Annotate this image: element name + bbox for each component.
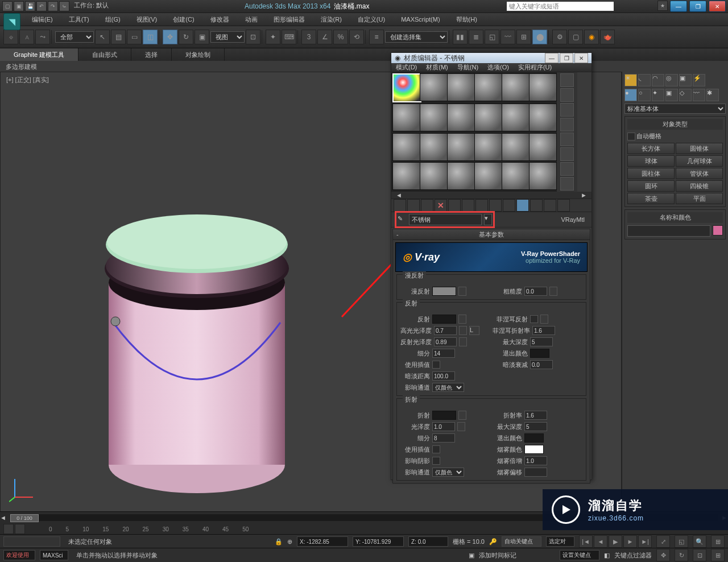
menu-help[interactable]: 帮助(H) (448, 15, 485, 24)
material-slot[interactable] (502, 104, 530, 131)
box-button[interactable]: 长方体 (627, 143, 675, 154)
mat-menu-material[interactable]: 材质(M) (421, 63, 453, 72)
refr-affect-select[interactable]: 仅颜色 (432, 468, 464, 477)
assign-material-icon[interactable] (421, 199, 433, 212)
next-frame[interactable]: ► (623, 535, 637, 548)
material-name-input[interactable] (409, 214, 482, 225)
save-icon[interactable]: 💾 (25, 1, 35, 11)
tab-graphite[interactable]: Graphite 建模工具 (0, 48, 78, 61)
material-name-dropdown[interactable]: ▾ (484, 214, 492, 225)
menu-grapheditors[interactable]: 图形编辑器 (266, 15, 313, 24)
go-forward-icon[interactable] (544, 199, 556, 212)
material-slot[interactable] (529, 73, 557, 101)
unlink-tool[interactable]: ⟑ (19, 30, 34, 44)
close-button[interactable]: ✕ (709, 1, 726, 12)
background-icon[interactable] (560, 103, 574, 117)
category-dropdown[interactable]: 标准基本体 (624, 104, 726, 114)
fogmult-spinner[interactable]: 1.0 (524, 456, 547, 465)
mat-menu-utilities[interactable]: 实用程序(U) (514, 63, 556, 72)
slot-nav-prev[interactable]: ◄ (396, 192, 402, 199)
new-icon[interactable]: ▢ (2, 1, 13, 11)
material-slot[interactable] (529, 133, 557, 161)
plane-button[interactable]: 平面 (676, 193, 723, 204)
autokey-button[interactable]: 自动关键点 (502, 536, 541, 547)
mat-menu-navigation[interactable]: 导航(N) (453, 63, 483, 72)
menu-edit[interactable]: 编辑(E) (24, 15, 61, 24)
material-slot[interactable] (420, 73, 448, 101)
basic-params-header[interactable]: -基本参数 (393, 229, 590, 240)
geometry-icon[interactable]: ● (624, 89, 637, 101)
named-selection-sets[interactable]: 创建选择集 (385, 31, 448, 43)
viewport-nav-8[interactable]: ⊞ (711, 549, 725, 561)
cameras-icon[interactable]: ▣ (665, 89, 678, 101)
video-check-icon[interactable] (560, 133, 574, 146)
viewport-nav-7[interactable]: ⊡ (693, 549, 706, 561)
material-slot[interactable] (502, 73, 530, 101)
menu-create[interactable]: 创建(C) (165, 15, 202, 24)
dimfalloff-spinner[interactable]: 0.0 (530, 360, 553, 369)
viewport-nav-4[interactable]: ⊞ (711, 535, 725, 548)
polymodel-label[interactable]: 多边形建模 (6, 63, 37, 71)
material-slot[interactable] (392, 133, 420, 161)
viewport-label[interactable]: [+] [正交] [真实] (6, 76, 49, 84)
show-end-result-icon[interactable] (516, 199, 529, 212)
systems-icon[interactable]: ✱ (706, 89, 719, 101)
goto-start[interactable]: |◄ (579, 535, 593, 548)
menu-rendering[interactable]: 渲染(R) (313, 15, 350, 24)
sphere-button[interactable]: 球体 (627, 155, 675, 167)
coord-z[interactable]: Z: 0.0 (408, 536, 448, 547)
material-slot[interactable] (474, 73, 502, 101)
reflect-swatch[interactable] (432, 315, 456, 324)
mat-close[interactable]: ✕ (574, 53, 588, 63)
help-icon[interactable]: ★ (657, 1, 668, 11)
material-slot[interactable] (420, 133, 448, 161)
tab-objpaint[interactable]: 对象绘制 (172, 48, 225, 61)
tab-freeform[interactable]: 自由形式 (78, 48, 131, 61)
refract-swatch[interactable] (432, 411, 456, 420)
refl-maxdepth-spinner[interactable]: 5 (530, 337, 553, 346)
select-name[interactable]: ▤ (111, 30, 126, 44)
sample-type-icon[interactable] (560, 73, 574, 87)
helpers-icon[interactable]: ◇ (679, 89, 692, 101)
coord-y[interactable]: Y: -10781.929 (353, 536, 404, 547)
scale-tool[interactable]: ▣ (195, 30, 209, 44)
keyboard-shortcut[interactable]: ⌨ (282, 30, 296, 44)
material-slot[interactable] (447, 73, 475, 101)
trackbar-filter[interactable] (15, 524, 25, 534)
refl-subdiv-spinner[interactable]: 14 (432, 349, 455, 358)
mirror-tool[interactable]: ▮▮ (453, 30, 468, 44)
menu-group[interactable]: 组(G) (97, 15, 129, 24)
teapot-button[interactable]: 茶壶 (627, 193, 675, 204)
undo-icon[interactable]: ↶ (36, 1, 47, 11)
search-input[interactable] (506, 1, 614, 11)
prev-frame[interactable]: ◄ (594, 535, 607, 548)
mat-maximize[interactable]: ❐ (560, 53, 573, 63)
mat-minimize[interactable]: — (545, 53, 559, 63)
autogrid-checkbox[interactable] (627, 133, 635, 140)
mat-menu-modes[interactable]: 模式(D) (391, 63, 421, 72)
menu-maxscript[interactable]: MAXScript(M) (393, 16, 448, 23)
hierarchy-tab-icon[interactable]: ◠ (652, 74, 664, 86)
tab-selection[interactable]: 选择 (131, 48, 172, 61)
play-button[interactable]: ▶ (609, 535, 622, 548)
bind-tool[interactable]: ⤳ (35, 30, 50, 44)
display-tab-icon[interactable]: ▣ (679, 74, 692, 86)
material-slot[interactable] (474, 162, 502, 190)
geosphere-button[interactable]: 几何球体 (676, 155, 723, 167)
slot-nav-next[interactable]: ► (581, 192, 587, 199)
viewport-nav-2[interactable]: ◱ (675, 535, 688, 548)
goto-end[interactable]: ►| (638, 535, 652, 548)
select-object[interactable]: ↖ (95, 30, 110, 44)
refr-exit-swatch[interactable] (524, 433, 544, 443)
coord-x[interactable]: X: -1282.85 (297, 536, 348, 547)
selected-obj[interactable]: 选定对 (546, 536, 574, 547)
reflgloss-spinner[interactable]: 0.89 (434, 337, 457, 346)
workspace-label[interactable]: 工作台: 默认 (74, 1, 109, 11)
material-slot[interactable] (420, 104, 448, 131)
material-slot[interactable] (529, 162, 557, 190)
material-id-icon[interactable] (489, 199, 502, 212)
material-type-button[interactable]: VRayMtl (557, 216, 588, 223)
move-tool[interactable]: ✥ (163, 30, 177, 44)
pivot-tool[interactable]: ⊡ (246, 30, 260, 44)
snap-spinner[interactable]: ⟲ (349, 30, 364, 44)
